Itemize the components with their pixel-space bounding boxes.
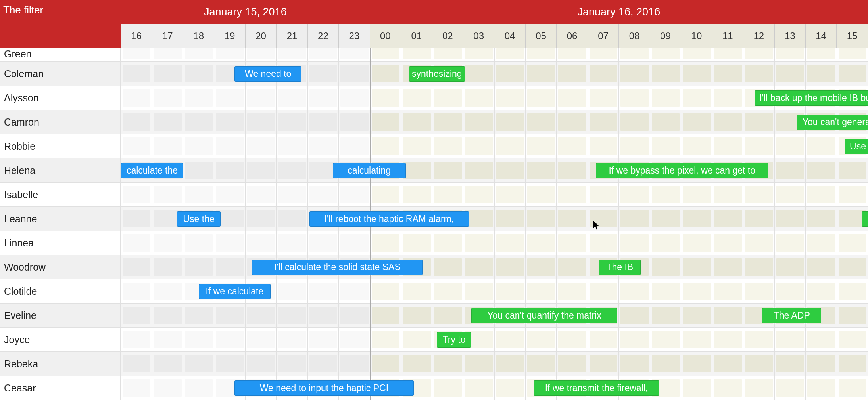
timeline-cell	[558, 137, 586, 155]
timeline-cell	[434, 355, 462, 372]
gantt-event[interactable]: calculating	[333, 163, 406, 178]
timeline-cell	[278, 137, 306, 155]
timeline-cell	[247, 234, 275, 252]
timeline-row[interactable]	[121, 231, 868, 255]
gantt-event[interactable]: If we bypass the pixel, we can get to	[596, 163, 768, 178]
gantt-event[interactable]: I'll back up the mobile IB bus, that	[755, 90, 868, 106]
timeline-row[interactable]: Use theI'll reboot the haptic RAM alarm,	[121, 207, 868, 231]
timeline-row[interactable]	[121, 48, 868, 62]
resource-label[interactable]: Helena	[0, 158, 121, 183]
timeline-cell	[340, 89, 368, 107]
resource-label[interactable]: Leanne	[0, 207, 121, 231]
gantt-event[interactable]: Try to	[437, 332, 471, 348]
hour-header[interactable]: 05	[526, 24, 557, 48]
timeline-cell	[496, 186, 524, 203]
timeline-cell	[558, 89, 586, 107]
timeline-cell	[185, 307, 213, 324]
timeline-row[interactable]: Try to	[121, 328, 868, 352]
hour-header[interactable]: 22	[308, 24, 339, 48]
timeline-cell	[403, 331, 430, 348]
gantt-event[interactable]: synthesizing	[409, 66, 465, 82]
timeline-cell	[185, 113, 213, 131]
gantt-event[interactable]: If we transmit the firewall,	[534, 380, 660, 396]
gantt-event[interactable]: You can't generate the	[797, 115, 868, 130]
timeline-cell	[496, 355, 524, 372]
hour-header[interactable]: 19	[214, 24, 245, 48]
gantt-event[interactable]: We need to	[234, 66, 301, 82]
resource-label[interactable]: Linnea	[0, 231, 121, 255]
hour-header[interactable]: 13	[775, 24, 806, 48]
resource-label[interactable]: Ceasar	[0, 376, 121, 400]
hour-header[interactable]: 17	[152, 24, 183, 48]
timeline-cell	[683, 137, 711, 155]
resource-label[interactable]: Rebeka	[0, 352, 121, 376]
resource-label[interactable]: Coleman	[0, 62, 121, 86]
timeline-row[interactable]	[121, 352, 868, 376]
resource-label[interactable]: Joyce	[0, 328, 121, 352]
timeline-cell	[683, 234, 711, 252]
hour-header[interactable]: 18	[183, 24, 214, 48]
gantt-event[interactable]: If we calculate	[199, 284, 270, 299]
timeline-cell	[403, 355, 430, 372]
hour-header[interactable]: 02	[432, 24, 463, 48]
timeline-row[interactable]: I'll back up the mobile IB bus, that	[121, 86, 868, 110]
gantt-event[interactable]: The ADP	[762, 308, 821, 323]
timeline-row[interactable]: If we calculate	[121, 279, 868, 304]
hour-header[interactable]: 23	[339, 24, 370, 48]
gantt-event[interactable]: Use the	[177, 211, 221, 227]
gantt-event[interactable]: The IB	[599, 260, 641, 275]
timeline-row[interactable]: Use	[121, 134, 868, 158]
resource-label[interactable]: Robbie	[0, 134, 121, 158]
resource-label[interactable]: Eveline	[0, 304, 121, 328]
gantt-event[interactable]: Use	[845, 139, 868, 154]
timeline-body[interactable]: We need tosynthesizingI'll back up the m…	[121, 48, 868, 400]
resource-label[interactable]: Green	[0, 48, 121, 62]
timeline-row[interactable]: We need tosynthesizing	[121, 62, 868, 86]
timeline-row[interactable]: We need to input the haptic PCIIf we tra…	[121, 376, 868, 400]
timeline-cell	[839, 307, 866, 324]
hour-header[interactable]: 07	[588, 24, 619, 48]
timeline-row[interactable]: calculate thecalculatingIf we bypass the…	[121, 158, 868, 183]
gantt-event[interactable]: You can't quantify the matrix	[471, 308, 618, 323]
hour-header[interactable]: 01	[401, 24, 432, 48]
resource-label[interactable]: Isabelle	[0, 183, 121, 207]
filter-header[interactable]: The filter	[0, 0, 121, 48]
timeline-cell	[496, 234, 524, 252]
gantt-event[interactable]: I'll reboot the haptic RAM alarm,	[309, 211, 469, 227]
hour-header[interactable]: 08	[619, 24, 650, 48]
timeline-row[interactable]	[121, 183, 868, 207]
hour-header[interactable]: 11	[712, 24, 743, 48]
timeline-cell	[527, 234, 555, 252]
hour-header[interactable]: 14	[806, 24, 837, 48]
gantt-event[interactable]: I'll calculate the solid state SAS	[252, 260, 423, 275]
timeline-cell	[465, 210, 493, 227]
timeline-row[interactable]: You can't generate the	[121, 110, 868, 134]
hour-header[interactable]: 10	[681, 24, 712, 48]
hour-header[interactable]: 15	[837, 24, 868, 48]
hour-header[interactable]: 12	[743, 24, 774, 48]
timeline-cell	[652, 234, 680, 252]
resource-label[interactable]: Clotilde	[0, 279, 121, 304]
timeline-cell	[309, 186, 337, 203]
gantt-event[interactable]: calculate the	[121, 163, 183, 178]
timeline-cell	[527, 89, 555, 107]
hour-header[interactable]: 03	[463, 24, 494, 48]
timeline-row[interactable]: You can't quantify the matrixThe ADP	[121, 304, 868, 328]
gantt-event[interactable]: We need to input the haptic PCI	[234, 380, 413, 396]
timeline-cell	[558, 48, 586, 59]
hour-header[interactable]: 21	[277, 24, 307, 48]
hour-header[interactable]: 00	[370, 24, 401, 48]
timeline-cell	[123, 307, 150, 324]
resource-label[interactable]: Alysson	[0, 86, 121, 110]
date-header[interactable]: January 16, 2016	[370, 0, 868, 24]
hour-header[interactable]: 06	[557, 24, 588, 48]
resource-label[interactable]: Camron	[0, 110, 121, 134]
date-header[interactable]: January 15, 2016	[121, 0, 370, 24]
hour-header[interactable]: 16	[121, 24, 152, 48]
hour-header[interactable]: 09	[650, 24, 681, 48]
resource-label[interactable]: Woodrow	[0, 255, 121, 279]
timeline-row[interactable]: I'll calculate the solid state SASThe IB	[121, 255, 868, 279]
hour-header[interactable]: 20	[246, 24, 277, 48]
gantt-event[interactable]	[862, 211, 868, 227]
hour-header[interactable]: 04	[494, 24, 525, 48]
